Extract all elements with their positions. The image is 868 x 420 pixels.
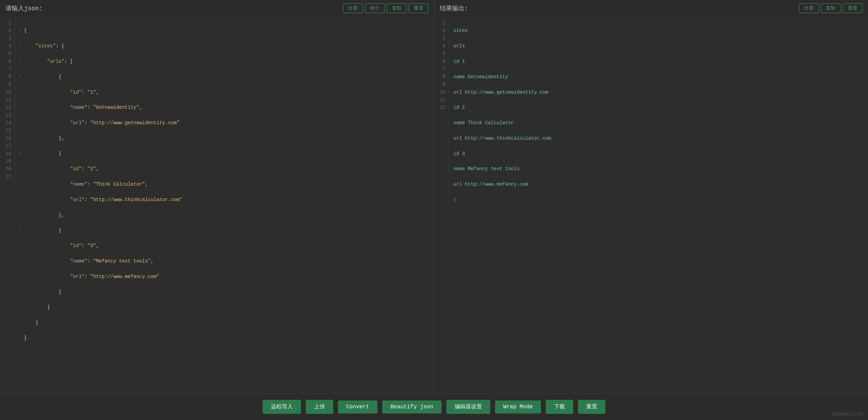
main-area: 请输入json: 全屏 例子 复制 重置 12345 678910 111213… [0, 0, 868, 393]
wrap-mode-button[interactable]: Wrap Mode [495, 400, 541, 413]
fold-arrow-8 [19, 136, 24, 141]
right-copy-button[interactable]: 复制 [821, 3, 841, 13]
left-panel-header: 请输入json: 全屏 例子 复制 重置 [0, 0, 434, 16]
output-line-12 [454, 196, 864, 203]
output-line-3: id 1 [454, 58, 864, 65]
upload-button[interactable]: 上传 [306, 400, 333, 414]
code-line-9: ▾ { [19, 150, 430, 158]
fold-arrow-4: ▾ [19, 74, 24, 80]
bottom-bar: 远程导入 上传 Convert Beautify json 编辑器设置 Wrap… [0, 393, 868, 420]
fold-arrow-2: ▾ [19, 43, 24, 49]
left-reset-button[interactable]: 重置 [409, 3, 429, 13]
right-reset-button[interactable]: 重置 [843, 3, 863, 13]
code-line-18: } [19, 288, 430, 296]
fold-arrow-5 [19, 90, 24, 95]
code-line-12: "url": "http://www.thinkcalculator.com" [19, 196, 430, 203]
output-line-7: name Think Calculator [454, 119, 864, 127]
output-line-9: id 3 [454, 150, 864, 158]
output-line-10: name Mefancy text tools [454, 165, 864, 173]
left-code-editor: 12345 678910 1112131415 1617181920 21 ▾{… [0, 16, 434, 393]
right-line-numbers: 12345 678910 1112 [434, 16, 449, 393]
convert-button[interactable]: Convert [338, 400, 377, 413]
code-line-21: } [19, 334, 430, 342]
fold-arrow-13 [19, 212, 24, 218]
remote-import-button[interactable]: 远程导入 [263, 400, 301, 414]
fold-arrow-16 [19, 258, 24, 264]
code-line-11: "name": "Think Calculator", [19, 180, 430, 188]
left-example-button[interactable]: 例子 [365, 3, 385, 13]
code-line-20: } [19, 319, 430, 326]
output-line-2: urls [454, 42, 864, 50]
fold-arrow-14: ▾ [19, 228, 24, 233]
fold-arrow-20 [19, 320, 24, 325]
left-panel-title: 请输入json: [5, 4, 43, 12]
code-line-7: "url": "http://www.getnewidentity.com" [19, 119, 430, 127]
fold-arrow-7 [19, 120, 24, 126]
code-line-6: "name": "Getnewidentity", [19, 104, 430, 111]
code-line-15: "id": "3", [19, 242, 430, 249]
code-line-14: ▾ { [19, 227, 430, 234]
right-editor-area[interactable]: 12345 678910 1112 sites urls id 1 name G… [434, 16, 868, 393]
fold-arrow-6 [19, 105, 24, 110]
fold-arrow-21 [19, 335, 24, 341]
left-fullscreen-button[interactable]: 全屏 [343, 3, 363, 13]
fold-arrow-1: ▾ [19, 28, 24, 34]
left-code-content: ▾{ ▾ "sites": { ▾ "urls": [ ▾ { "id": "1… [15, 16, 434, 393]
code-line-10: "id": "2", [19, 165, 430, 173]
fold-arrow-11 [19, 182, 24, 187]
reset-button[interactable]: 重置 [578, 400, 605, 414]
output-line-11: url http://www.mefancy.com [454, 180, 864, 188]
left-editor-area[interactable]: 12345 678910 1112131415 1617181920 21 ▾{… [0, 16, 434, 393]
fold-arrow-9: ▾ [19, 151, 24, 156]
code-line-1: ▾{ [19, 27, 430, 34]
fold-arrow-3: ▾ [19, 59, 24, 64]
output-line-6: id 2 [454, 104, 864, 111]
code-line-5: "id": "1", [19, 89, 430, 96]
fold-arrow-19 [19, 305, 24, 310]
code-line-13: }, [19, 211, 430, 219]
fold-arrow-12 [19, 197, 24, 202]
fold-arrow-17 [19, 274, 24, 279]
left-line-numbers: 12345 678910 1112131415 1617181920 21 [0, 16, 15, 393]
right-panel-title: 结果输出: [440, 4, 468, 12]
left-panel-buttons: 全屏 例子 复制 重置 [343, 3, 429, 13]
code-line-17: "url": "http://www.mefancy.com" [19, 273, 430, 280]
beautify-json-button[interactable]: Beautify json [382, 400, 442, 413]
code-line-8: }, [19, 135, 430, 142]
code-line-2: ▾ "sites": { [19, 42, 430, 50]
fold-arrow-18 [19, 289, 24, 295]
right-code-content: sites urls id 1 name Getnewidentity url … [449, 16, 868, 393]
fold-arrow-15 [19, 243, 24, 249]
code-line-3: ▾ "urls": [ [19, 58, 430, 65]
right-panel-buttons: 全屏 复制 重置 [799, 3, 863, 13]
left-panel: 请输入json: 全屏 例子 复制 重置 12345 678910 111213… [0, 0, 434, 393]
right-panel-header: 结果输出: 全屏 复制 重置 [434, 0, 868, 16]
output-line-8: url http://www.thinkcalculator.com [454, 135, 864, 142]
fold-arrow-10 [19, 166, 24, 172]
output-line-4: name Getnewidentity [454, 73, 864, 81]
output-line-1: sites [454, 27, 864, 34]
code-line-19: ] [19, 303, 430, 311]
right-code-editor: 12345 678910 1112 sites urls id 1 name G… [434, 16, 868, 393]
code-line-4: ▾ { [19, 73, 430, 81]
output-line-5: url http://www.getnewidentity.com [454, 89, 864, 96]
left-copy-button[interactable]: 复制 [387, 3, 407, 13]
right-panel: 结果输出: 全屏 复制 重置 12345 678910 1112 sites u… [434, 0, 868, 393]
download-button[interactable]: 下载 [546, 400, 573, 414]
watermark: CSDN@入门小9 [832, 411, 863, 417]
editor-settings-button[interactable]: 编辑器设置 [446, 400, 490, 414]
code-line-16: "name": "Mefancy text tools", [19, 257, 430, 265]
right-fullscreen-button[interactable]: 全屏 [799, 3, 819, 13]
